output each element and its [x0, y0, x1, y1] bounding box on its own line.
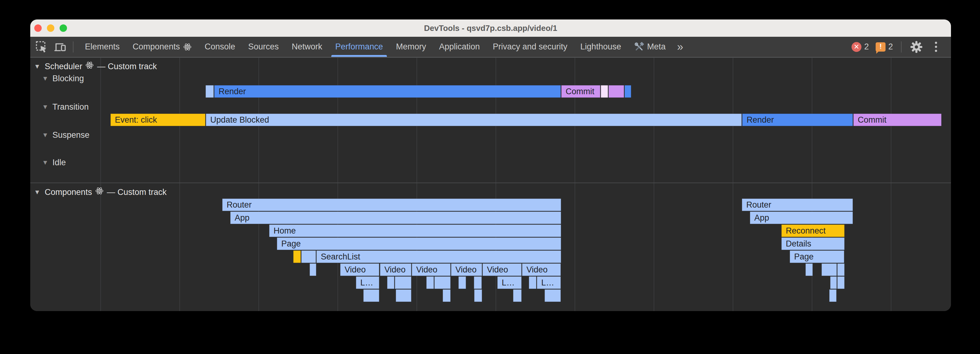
- flame-bar[interactable]: [301, 250, 316, 263]
- track-suffix: — Custom track: [107, 187, 167, 198]
- lane-suspense[interactable]: ▼ Suspense: [42, 130, 89, 140]
- tabbar-right-controls: ✕ 2 ! 2: [851, 41, 951, 53]
- tab-sources[interactable]: Sources: [242, 37, 285, 57]
- flame-bar-commit[interactable]: Commit: [561, 85, 600, 97]
- flame-bar-page[interactable]: Page: [790, 250, 844, 263]
- tab-components[interactable]: Components: [126, 37, 198, 57]
- flame-bar-reconnect[interactable]: Reconnect: [781, 225, 845, 237]
- flame-bar[interactable]: [310, 263, 316, 276]
- warnings-badge[interactable]: ! 2: [876, 42, 893, 52]
- flame-bar[interactable]: [625, 85, 631, 97]
- tab-lighthouse[interactable]: Lighthouse: [574, 37, 628, 57]
- flame-bar-video[interactable]: Video: [483, 263, 522, 276]
- flame-bar-video[interactable]: Video: [522, 263, 561, 276]
- flame-bar-details[interactable]: Details: [781, 238, 845, 250]
- collapse-triangle-icon[interactable]: ▼: [42, 157, 48, 168]
- error-circle-icon: ✕: [851, 42, 861, 52]
- tab-label: Lighthouse: [581, 42, 621, 52]
- flame-bar[interactable]: [206, 85, 214, 97]
- flame-bar-video[interactable]: Video: [340, 263, 379, 276]
- flame-bar-router[interactable]: Router: [222, 199, 561, 211]
- flame-bar-video[interactable]: Video: [451, 263, 482, 276]
- lane-idle[interactable]: ▼ Idle: [42, 157, 66, 168]
- react-atom-icon: [85, 61, 94, 72]
- flame-bar[interactable]: [529, 276, 536, 289]
- tab-privacy-and-security[interactable]: Privacy and security: [486, 37, 574, 57]
- flame-bar-commit[interactable]: Commit: [853, 114, 942, 126]
- controls-divider: [901, 41, 902, 53]
- flame-bar-l-[interactable]: L…: [497, 276, 522, 289]
- tab-console[interactable]: Console: [198, 37, 242, 57]
- flame-bar[interactable]: [609, 85, 624, 97]
- flame-bar[interactable]: [837, 276, 845, 289]
- flame-bar-app[interactable]: App: [230, 212, 561, 224]
- warning-count: 2: [888, 42, 893, 52]
- flame-bar-video[interactable]: Video: [412, 263, 450, 276]
- kebab-menu-icon[interactable]: [931, 42, 940, 52]
- tab-performance[interactable]: Performance: [329, 37, 390, 57]
- inspect-element-icon[interactable]: [35, 40, 49, 54]
- flame-bar[interactable]: [434, 276, 450, 289]
- track-separator: [30, 183, 951, 183]
- settings-gear-icon[interactable]: [910, 41, 923, 53]
- flame-bar-l-[interactable]: L…: [356, 276, 379, 289]
- flame-bar[interactable]: [837, 263, 845, 276]
- flame-bar-render[interactable]: Render: [214, 85, 561, 97]
- flame-bar[interactable]: [545, 289, 561, 302]
- flame-bar-l-[interactable]: L…: [537, 276, 561, 289]
- flame-bar[interactable]: [363, 289, 379, 302]
- flame-bar[interactable]: [830, 276, 837, 289]
- close-window-button[interactable]: [34, 24, 42, 32]
- react-atom-icon: [183, 43, 192, 51]
- lane-transition[interactable]: ▼ Transition: [42, 102, 89, 112]
- collapse-triangle-icon[interactable]: ▼: [42, 102, 48, 112]
- devtools-tabbar: ElementsComponentsConsoleSourcesNetworkP…: [30, 37, 951, 57]
- flame-bar[interactable]: [396, 289, 411, 302]
- flame-bar[interactable]: [474, 289, 482, 302]
- more-tabs-chevron-icon[interactable]: »: [672, 40, 688, 53]
- flame-bar-searchlist[interactable]: SearchList: [317, 250, 561, 263]
- collapse-triangle-icon[interactable]: ▼: [34, 61, 40, 72]
- tab-application[interactable]: Application: [433, 37, 486, 57]
- collapse-triangle-icon[interactable]: ▼: [42, 130, 48, 140]
- tab-memory[interactable]: Memory: [389, 37, 433, 57]
- flame-bar-home[interactable]: Home: [269, 225, 561, 237]
- flame-bar[interactable]: [458, 276, 466, 289]
- tab-meta[interactable]: Meta: [628, 37, 672, 57]
- track-name: Scheduler: [45, 61, 83, 72]
- errors-badge[interactable]: ✕ 2: [851, 42, 869, 52]
- flame-bar[interactable]: [829, 289, 837, 302]
- zoom-window-button[interactable]: [60, 24, 67, 32]
- flame-bar[interactable]: [443, 289, 450, 302]
- flame-bar[interactable]: [513, 289, 522, 302]
- collapse-triangle-icon[interactable]: ▼: [34, 187, 40, 198]
- track-header-components[interactable]: ▼ Components — Custom track: [34, 187, 166, 198]
- device-toolbar-icon[interactable]: [53, 40, 67, 54]
- tabbar-divider: [73, 41, 73, 53]
- flame-bar[interactable]: [426, 276, 434, 289]
- flame-bar-render[interactable]: Render: [742, 114, 853, 126]
- tab-label: Meta: [647, 42, 666, 52]
- minimize-window-button[interactable]: [47, 24, 54, 32]
- flame-bar[interactable]: [293, 250, 301, 263]
- flame-bar-router[interactable]: Router: [742, 199, 853, 211]
- flame-bar[interactable]: [805, 263, 813, 276]
- flame-bar-page[interactable]: Page: [277, 238, 561, 250]
- flame-bar-app[interactable]: App: [750, 212, 853, 224]
- flame-bar[interactable]: [822, 263, 837, 276]
- flame-bar[interactable]: [387, 276, 394, 289]
- flame-bar-video[interactable]: Video: [380, 263, 411, 276]
- track-name: Components: [45, 187, 92, 198]
- tab-network[interactable]: Network: [285, 37, 329, 57]
- tab-label: Sources: [248, 42, 279, 52]
- tab-elements[interactable]: Elements: [78, 37, 126, 57]
- flame-bar[interactable]: [395, 276, 411, 289]
- collapse-triangle-icon[interactable]: ▼: [42, 73, 48, 84]
- flame-bar[interactable]: [601, 85, 608, 97]
- flame-bar-update-blocked[interactable]: Update Blocked: [206, 114, 741, 126]
- track-header-scheduler[interactable]: ▼ Scheduler — Custom track: [34, 61, 157, 72]
- lane-blocking[interactable]: ▼ Blocking: [42, 73, 84, 84]
- flame-bar-event-click[interactable]: Event: click: [111, 114, 205, 126]
- flame-bar[interactable]: [474, 276, 482, 289]
- tab-label: Network: [292, 42, 322, 52]
